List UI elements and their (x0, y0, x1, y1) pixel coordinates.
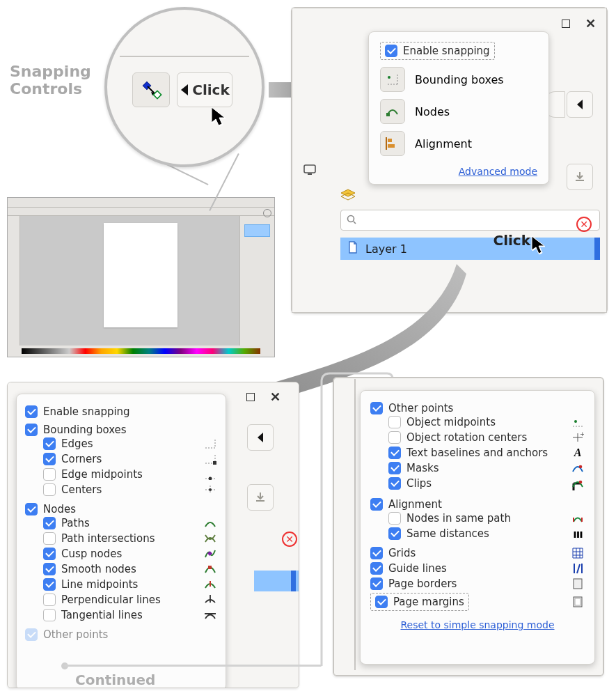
same-distances-check[interactable]: Same distances (388, 527, 571, 540)
masks-check[interactable]: Masks (388, 462, 571, 474)
object-midpoints-check[interactable]: Object midpoints (388, 416, 571, 428)
text-baselines-check[interactable]: Text baselines and anchors (388, 447, 571, 459)
same-dist-icon: ııı (571, 528, 585, 539)
page-margins-check[interactable]: Page margins (375, 596, 464, 608)
delete-icon[interactable]: ✕ (282, 532, 297, 547)
nodes-check[interactable]: Nodes (25, 503, 76, 515)
page-borders-check[interactable]: Page borders (370, 577, 571, 590)
enable-snapping-check[interactable]: Enable snapping (25, 405, 130, 418)
intersection-icon (203, 533, 217, 544)
edge-midpoints-check[interactable]: Edge midpoints (43, 468, 203, 481)
line-midpoints-check[interactable]: Line midpoints (43, 578, 203, 591)
tangential-check[interactable]: Tangential lines (43, 609, 203, 621)
window-close-icon[interactable]: ✕ (585, 16, 596, 31)
snap-popover-trigger[interactable] (247, 424, 274, 451)
svg-point-24 (209, 488, 212, 491)
nodes-label: Nodes (415, 105, 450, 118)
svg-rect-43 (575, 598, 581, 605)
smooth-nodes-check[interactable]: Smooth nodes (43, 563, 203, 575)
same-path-icon (571, 513, 585, 524)
guide-lines-check[interactable]: Guide lines (370, 562, 571, 575)
svg-point-34 (579, 465, 583, 469)
download-button[interactable] (247, 484, 274, 511)
alignment-check[interactable]: Alignment (370, 498, 442, 511)
layer-name: Layer 1 (365, 242, 407, 256)
svg-rect-17 (388, 144, 395, 148)
window-buttons: ✕ (562, 16, 596, 31)
obj-mid-icon (571, 417, 585, 428)
rotation-center-icon: + (571, 432, 585, 443)
paths-check[interactable]: Paths (43, 517, 203, 529)
snap-toggle-button[interactable] (132, 72, 170, 107)
centers-check[interactable]: Centers (43, 483, 203, 496)
bounding-boxes-button[interactable] (380, 67, 405, 92)
path-intersections-check[interactable]: Path intersections (43, 532, 203, 545)
advanced-mode-link[interactable]: Advanced mode (380, 166, 537, 177)
enable-snapping-check[interactable]: Enable snapping (385, 45, 490, 57)
cusp-nodes-check[interactable]: Cusp nodes (43, 548, 203, 560)
other-points-check[interactable]: Other points (370, 402, 453, 414)
layers-stack-icon (340, 189, 356, 204)
window-close-icon[interactable]: ✕ (270, 389, 281, 405)
svg-marker-7 (577, 100, 583, 109)
snap-popover-button[interactable]: Click (177, 72, 232, 107)
svg-line-13 (354, 222, 356, 224)
alignment-label: Alignment (415, 137, 472, 150)
clip-icon (571, 478, 585, 489)
centers-icon (203, 484, 217, 495)
corners-icon (203, 453, 217, 465)
layer-row-fragment (254, 571, 299, 591)
bounding-box-icon (386, 72, 400, 86)
delete-icon[interactable]: ✕ (576, 217, 592, 232)
line-mid-icon (203, 579, 217, 590)
svg-rect-41 (574, 579, 582, 589)
other-points-check[interactable]: Other points (25, 628, 108, 641)
svg-rect-3 (153, 91, 161, 98)
svg-rect-8 (304, 165, 315, 173)
svg-point-23 (209, 477, 212, 480)
grids-check[interactable]: Grids (370, 547, 571, 559)
window-maximize-icon[interactable] (562, 20, 570, 28)
svg-rect-26 (208, 566, 212, 569)
perpendicular-check[interactable]: Perpendicular lines (43, 594, 203, 606)
layers-panel: Layer 1 (340, 189, 600, 260)
title-line1: Snapping (10, 63, 91, 80)
svg-marker-19 (532, 236, 544, 254)
enable-snapping-label: Enable snapping (403, 45, 490, 57)
nodes-button[interactable] (380, 99, 405, 124)
svg-rect-22 (213, 461, 216, 465)
svg-point-30 (574, 420, 577, 423)
snap-diamond-icon (139, 79, 163, 100)
enable-snapping-label: Enable snapping (43, 405, 130, 418)
cusp-icon (203, 548, 217, 559)
title-line2: Controls (10, 80, 82, 98)
alignment-button[interactable] (380, 131, 405, 156)
smooth-icon (203, 564, 217, 575)
window-maximize-icon[interactable] (246, 393, 255, 401)
reset-simple-link[interactable]: Reset to simple snapping mode (370, 619, 585, 630)
svg-text:+: + (580, 432, 584, 437)
object-rotation-check[interactable]: Object rotation centers (388, 431, 571, 444)
layer-search-field[interactable] (340, 210, 600, 231)
bounding-boxes-check[interactable]: Bounding boxes (25, 424, 127, 436)
triangle-left-icon (576, 99, 584, 110)
snap-popover-trigger[interactable] (567, 91, 593, 118)
bounding-boxes-label: Bounding boxes (415, 73, 504, 86)
layer-row[interactable]: Layer 1 (340, 238, 600, 260)
download-icon (254, 491, 267, 504)
triangle-left-icon (180, 84, 189, 96)
edges-check[interactable]: Edges (43, 437, 203, 450)
same-path-check[interactable]: Nodes in same path (388, 512, 571, 525)
page-icon (571, 578, 585, 589)
search-icon (347, 214, 356, 227)
corners-check[interactable]: Corners (43, 453, 203, 465)
svg-rect-15 (386, 113, 390, 116)
download-button[interactable] (567, 164, 593, 190)
page-margin-icon (571, 596, 585, 607)
cursor-icon (210, 106, 228, 130)
edge-mid-icon (203, 469, 217, 480)
edges-icon (203, 438, 217, 449)
svg-marker-4 (181, 84, 188, 95)
clips-check[interactable]: Clips (388, 477, 571, 490)
document-icon (347, 241, 358, 256)
